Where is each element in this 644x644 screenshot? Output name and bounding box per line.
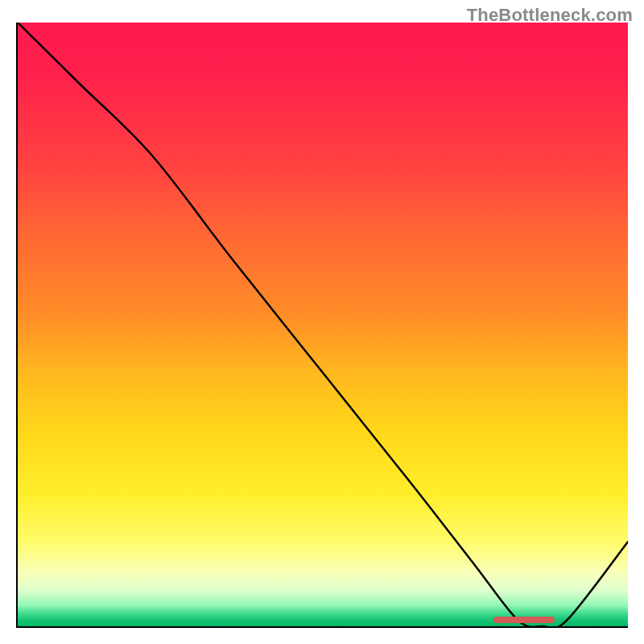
watermark-text: TheBottleneck.com — [467, 5, 633, 26]
chart-root: { "watermark": "TheBottleneck.com", "cha… — [0, 0, 644, 644]
axes-frame — [16, 23, 628, 628]
